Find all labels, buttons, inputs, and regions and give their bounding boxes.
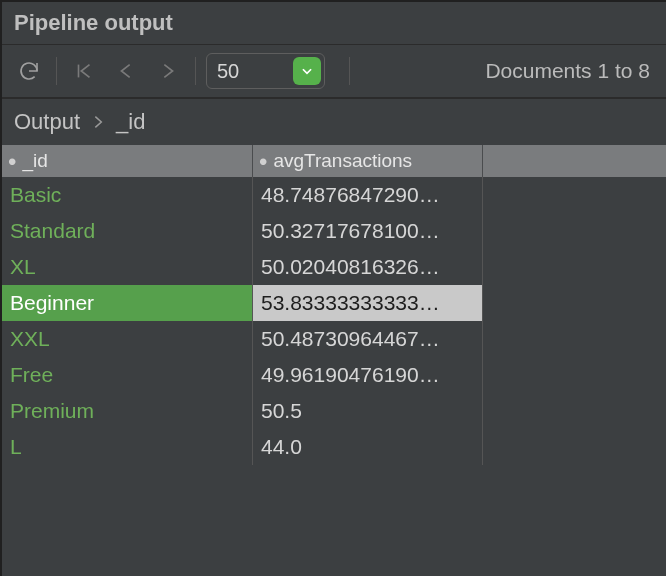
column-header-id[interactable]: •_id [2,145,253,177]
next-page-icon[interactable] [151,54,185,88]
table-row[interactable]: XXL50.48730964467… [2,321,666,357]
breadcrumb: Output _id [2,98,666,145]
table-row[interactable]: Basic48.74876847290… [2,177,666,213]
column-header-empty[interactable] [483,145,513,177]
column-header-avgtransactions[interactable]: •avgTransactions [253,145,483,177]
toolbar: Documents 1 to 8 [2,45,666,98]
toolbar-separator [195,57,196,85]
id-cell[interactable]: Beginner [2,285,253,321]
chevron-right-icon [90,114,106,130]
toolbar-separator [349,57,350,85]
prev-page-icon[interactable] [109,54,143,88]
id-cell[interactable]: XL [2,249,253,285]
page-size-input[interactable] [207,56,293,87]
value-cell[interactable]: 50.5 [253,393,483,429]
value-cell[interactable]: 53.83333333333… [253,285,483,321]
refresh-icon[interactable] [12,54,46,88]
id-cell[interactable]: XXL [2,321,253,357]
table-body: Basic48.74876847290…Standard50.327176781… [2,177,666,465]
id-cell[interactable]: Premium [2,393,253,429]
breadcrumb-leaf[interactable]: _id [116,109,145,135]
breadcrumb-root[interactable]: Output [14,109,80,135]
column-header-label: _id [22,150,47,172]
table-header: •_id •avgTransactions [2,145,666,177]
column-header-label: avgTransactions [273,150,412,172]
id-cell[interactable]: Free [2,357,253,393]
value-cell[interactable]: 49.96190476190… [253,357,483,393]
value-cell[interactable]: 44.0 [253,429,483,465]
value-cell[interactable]: 50.48730964467… [253,321,483,357]
table-row[interactable]: Standard50.32717678100… [2,213,666,249]
id-cell[interactable]: Standard [2,213,253,249]
panel-title: Pipeline output [2,2,666,45]
value-cell[interactable]: 50.02040816326… [253,249,483,285]
table-row[interactable]: XL50.02040816326… [2,249,666,285]
id-cell[interactable]: L [2,429,253,465]
output-table: •_id •avgTransactions Basic48.7487684729… [2,145,666,576]
page-size-select[interactable] [206,53,325,89]
value-cell[interactable]: 50.32717678100… [253,213,483,249]
value-cell[interactable]: 48.74876847290… [253,177,483,213]
page-size-dropdown-icon[interactable] [293,57,321,85]
table-row[interactable]: Free49.96190476190… [2,357,666,393]
id-cell[interactable]: Basic [2,177,253,213]
table-row[interactable]: L44.0 [2,429,666,465]
table-row[interactable]: Premium50.5 [2,393,666,429]
toolbar-separator [56,57,57,85]
pipeline-output-panel: Pipeline output [0,0,666,576]
first-page-icon[interactable] [67,54,101,88]
table-row[interactable]: Beginner53.83333333333… [2,285,666,321]
document-range-label: Documents 1 to 8 [485,59,656,83]
